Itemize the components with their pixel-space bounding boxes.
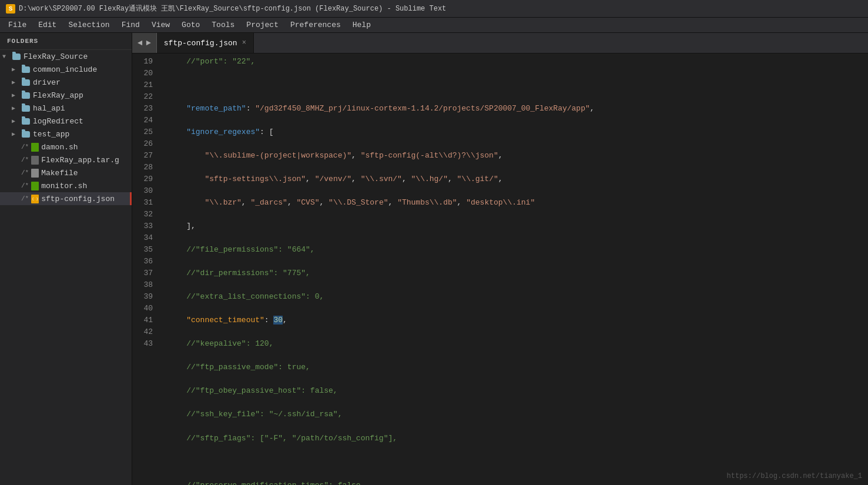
file-prefix: /* bbox=[21, 143, 29, 150]
tab-sftp-config[interactable]: sftp-config.json × bbox=[157, 33, 254, 53]
sidebar-label-makefile: Makefile bbox=[41, 169, 78, 178]
sh-icon bbox=[31, 143, 39, 152]
code-line-28: //"dir_permissions": "775", bbox=[168, 267, 868, 279]
arrow-icon: ▶ bbox=[12, 66, 21, 73]
code-line-36 bbox=[168, 456, 868, 468]
code-line-33: //"ftp_obey_passive_host": false, bbox=[168, 385, 868, 397]
code-line-24: "sftp-settings\\.json", "/venv/", "\\.sv… bbox=[168, 173, 868, 185]
active-indicator bbox=[130, 192, 132, 205]
line-num: 38 bbox=[132, 279, 153, 291]
folder-icon bbox=[21, 78, 31, 86]
sidebar-item-makefile[interactable]: /* Makefile bbox=[0, 166, 132, 179]
code-area[interactable]: //"port": "22", "remote_path": "/gd32f45… bbox=[159, 53, 868, 485]
line-numbers: 19 20 21 22 23 24 25 26 27 28 29 30 31 3… bbox=[132, 53, 159, 485]
code-line-31: //"keepalive": 120, bbox=[168, 338, 868, 350]
line-num: 39 bbox=[132, 291, 153, 303]
tab-close-button[interactable]: × bbox=[242, 39, 246, 47]
sidebar-label-flexray-app: FlexRay_app bbox=[33, 91, 83, 100]
sidebar-label-test-app: test_app bbox=[33, 130, 69, 139]
sidebar-label-damon-sh: damon.sh bbox=[41, 143, 78, 152]
line-num: 19 bbox=[132, 56, 153, 68]
line-num: 28 bbox=[132, 162, 153, 173]
code-line-19: //"port": "22", bbox=[168, 56, 868, 68]
file-prefix: /* bbox=[21, 195, 29, 202]
code-line-26: ], bbox=[168, 220, 868, 232]
folder-icon bbox=[21, 130, 31, 138]
menu-project[interactable]: Project bbox=[240, 19, 284, 31]
makefile-icon bbox=[31, 169, 39, 178]
app-icon: S bbox=[6, 4, 15, 14]
sidebar-item-damon-sh[interactable]: /* damon.sh bbox=[0, 141, 132, 153]
sidebar-tree: ▼ FlexRay_Source ▶ common_include ▶ driv… bbox=[0, 50, 132, 485]
nav-left-arrow[interactable]: ◄ bbox=[136, 38, 144, 48]
folder-icon bbox=[21, 104, 31, 112]
sidebar-item-common-include[interactable]: ▶ common_include bbox=[0, 63, 132, 76]
menu-goto[interactable]: Goto bbox=[176, 19, 206, 31]
code-line-23: "\\.sublime-(project|workspace)", "sftp-… bbox=[168, 150, 868, 162]
menu-help[interactable]: Help bbox=[347, 19, 377, 31]
line-num: 34 bbox=[132, 232, 153, 244]
folder-icon bbox=[21, 117, 31, 125]
tab-label: sftp-config.json bbox=[164, 39, 237, 48]
code-line-21: "remote_path": "/gd32f450_8MHZ_prj/linux… bbox=[168, 103, 868, 115]
sidebar-item-flexray-app[interactable]: ▶ FlexRay_app bbox=[0, 89, 132, 102]
arrow-icon: ▶ bbox=[12, 79, 21, 86]
line-num: 22 bbox=[132, 91, 153, 103]
editor-area: ◄ ► sftp-config.json × 19 20 21 22 23 24… bbox=[132, 33, 868, 485]
sidebar-item-hal-api[interactable]: ▶ hal_api bbox=[0, 102, 132, 115]
line-num: 20 bbox=[132, 68, 153, 79]
sidebar-item-flexray-source[interactable]: ▼ FlexRay_Source bbox=[0, 50, 132, 63]
menu-file[interactable]: File bbox=[2, 19, 32, 31]
sidebar-label-hal-api: hal_api bbox=[33, 104, 65, 113]
code-line-27: //"file_permissions": "664", bbox=[168, 244, 868, 256]
menu-edit[interactable]: Edit bbox=[32, 19, 62, 31]
main-layout: FOLDERS ▼ FlexRay_Source ▶ common_includ… bbox=[0, 33, 868, 485]
nav-arrows: ◄ ► bbox=[132, 33, 157, 53]
sidebar-item-monitor-sh[interactable]: /* monitor.sh bbox=[0, 179, 132, 192]
sidebar-item-driver[interactable]: ▶ driver bbox=[0, 76, 132, 89]
line-num: 31 bbox=[132, 197, 153, 209]
line-num: 33 bbox=[132, 220, 153, 232]
line-num: 30 bbox=[132, 185, 153, 197]
nav-right-arrow[interactable]: ► bbox=[144, 38, 152, 48]
line-num: 35 bbox=[132, 244, 153, 256]
sidebar-label-flexray-tar: FlexRay_app.tar.g bbox=[41, 156, 119, 165]
sidebar: FOLDERS ▼ FlexRay_Source ▶ common_includ… bbox=[0, 33, 132, 485]
line-num: 23 bbox=[132, 103, 153, 115]
code-line-30: "connect_timeout": 30, bbox=[168, 315, 868, 326]
file-prefix: /* bbox=[21, 169, 29, 176]
tab-bar: ◄ ► sftp-config.json × bbox=[132, 33, 868, 53]
sidebar-item-sftp-config[interactable]: /* { } sftp-config.json bbox=[0, 192, 132, 205]
code-line-32: //"ftp_passive_mode": true, bbox=[168, 362, 868, 373]
menu-preferences[interactable]: Preferences bbox=[284, 19, 347, 31]
sidebar-item-logredict[interactable]: ▶ logRedirect bbox=[0, 115, 132, 128]
line-num: 40 bbox=[132, 303, 153, 315]
menu-bar: File Edit Selection Find View Goto Tools… bbox=[0, 18, 868, 33]
json-icon: { } bbox=[31, 195, 39, 203]
arrow-icon: ▼ bbox=[2, 53, 12, 60]
line-num: 42 bbox=[132, 326, 153, 338]
sidebar-item-flexray-tar[interactable]: /* FlexRay_app.tar.g bbox=[0, 153, 132, 166]
folder-icon bbox=[21, 65, 31, 73]
menu-tools[interactable]: Tools bbox=[206, 19, 240, 31]
folder-icon bbox=[21, 91, 31, 99]
arrow-icon: ▶ bbox=[12, 131, 21, 138]
code-line-35: //"sftp_flags": ["-F", "/path/to/ssh_con… bbox=[168, 433, 868, 444]
sidebar-label-logredict: logRedirect bbox=[33, 117, 83, 126]
arrow-icon: ▶ bbox=[12, 105, 21, 112]
menu-view[interactable]: View bbox=[146, 19, 176, 31]
sidebar-label-driver: driver bbox=[33, 78, 61, 87]
sidebar-label-monitor-sh: monitor.sh bbox=[41, 182, 87, 190]
arrow-icon: ▶ bbox=[12, 118, 21, 125]
line-num: 25 bbox=[132, 126, 153, 138]
menu-find[interactable]: Find bbox=[116, 19, 146, 31]
tar-icon bbox=[31, 156, 39, 165]
code-line-22: "ignore_regexes": [ bbox=[168, 126, 868, 138]
menu-selection[interactable]: Selection bbox=[62, 19, 115, 31]
title-bar: S D:\work\SP20007.00 FlexRay通讯模块 王凯\Flex… bbox=[0, 0, 868, 18]
line-num: 41 bbox=[132, 315, 153, 326]
watermark: https://blog.csdn.net/tianyake_1 bbox=[727, 472, 862, 480]
line-num: 32 bbox=[132, 209, 153, 220]
sidebar-item-test-app[interactable]: ▶ test_app bbox=[0, 128, 132, 141]
code-line-29: //"extra_list_connections": 0, bbox=[168, 291, 868, 303]
